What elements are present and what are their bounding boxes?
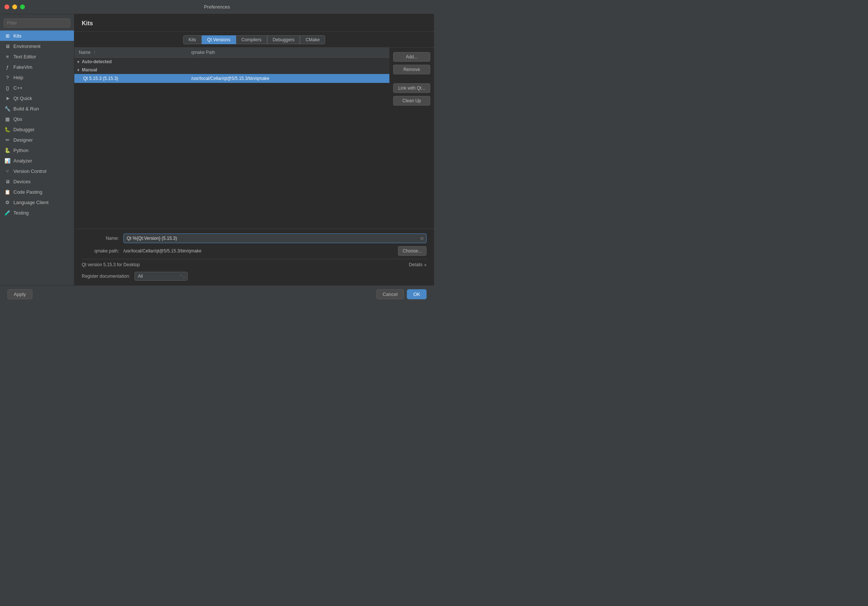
filter-input[interactable] [4,19,70,28]
col-qmake-path[interactable]: qmake Path [187,48,389,57]
sidebar-label-python: Python [13,148,28,153]
sidebar-label-testing: Testing [13,210,29,216]
reg-doc-label: Register documentation: [82,273,130,279]
tabs-bar: KitsQt VersionsCompilersDebuggersCMake [74,32,434,48]
row-qmake-path: /usr/local/Cellar/qt@5/5.15.3/bin/qmake [187,74,389,83]
title-bar: Preferences [0,0,434,14]
group-collapse-icon[interactable]: ▾ [77,68,79,72]
clean-up-button[interactable]: Clean Up [393,96,430,106]
testing-icon: 🧪 [5,210,11,216]
name-input-icon: ⊞ [420,236,423,241]
sidebar-item-devices[interactable]: 🖥 Devices [0,176,74,186]
sidebar-label-help: Help [13,75,23,80]
maximize-button[interactable] [20,5,25,9]
tab-debuggers[interactable]: Debuggers [267,35,300,44]
window-title: Preferences [204,4,230,10]
sidebar-item-version-control[interactable]: ⑂ Version Control [0,166,74,176]
sidebar-item-analyzer[interactable]: 📊 Analyzer [0,155,74,166]
group-collapse-icon[interactable]: ▾ [77,60,79,64]
environment-icon: 🖥 [5,43,11,49]
build-run-icon: 🔧 [5,106,11,112]
sidebar-label-version-control: Version Control [13,168,46,174]
content-area: Kits KitsQt VersionsCompilersDebuggersCM… [74,14,434,285]
sidebar-item-cpp[interactable]: {} C++ [0,82,74,93]
sidebar-item-code-pasting[interactable]: 📋 Code Pasting [0,186,74,197]
link-with-qt-button[interactable]: Link with Qt... [393,83,430,93]
details-button[interactable]: Details ∨ [409,262,426,267]
sidebar-item-language-client[interactable]: ⚙ Language Client [0,197,74,207]
sidebar-item-kits[interactable]: ⊞ Kits [0,31,74,41]
language-client-icon: ⚙ [5,199,11,205]
row-name: Qt 5.15.3 (5.15.3) [74,74,187,83]
devices-icon: 🖥 [5,179,11,184]
fakevim-icon: ƒ [5,64,11,70]
sidebar-item-qt-quick[interactable]: ➤ Qt Quick [0,93,74,103]
qt-versions-table: Name ↑ qmake Path ▾ Auto-detected ▾ Manu… [74,48,389,83]
cancel-button[interactable]: Cancel [377,289,404,299]
footer: Apply Cancel OK [0,285,434,303]
add-button[interactable]: Add... [393,52,430,62]
sidebar-label-qbs: Qbs [13,117,22,122]
name-input-wrapper: ⊞ [123,233,426,243]
footer-left: Apply [8,289,33,299]
col-name[interactable]: Name ↑ [74,48,187,57]
sidebar-item-designer[interactable]: ✏ Designer [0,135,74,145]
table-header-row: Name ↑ qmake Path [74,48,389,57]
tab-compilers[interactable]: Compilers [236,35,267,44]
sidebar-label-environment: Environment [13,44,40,49]
qmake-path-value: /usr/local/Cellar/qt@5/5.15.3/bin/qmake [123,249,394,253]
sidebar-label-build-run: Build & Run [13,106,39,112]
sidebar-label-code-pasting: Code Pasting [13,189,42,195]
name-label: Name: [82,236,119,241]
table-area: Name ↑ qmake Path ▾ Auto-detected ▾ Manu… [74,48,389,228]
sidebar-item-fakevim[interactable]: ƒ FakeVim [0,62,74,72]
details-text: Qt version 5.15.3 for Desktop [82,262,140,267]
sidebar-item-testing[interactable]: 🧪 Testing [0,207,74,218]
table-row[interactable]: Qt 5.15.3 (5.15.3) /usr/local/Cellar/qt@… [74,74,389,83]
sidebar-label-qt-quick: Qt Quick [13,96,33,101]
minimize-button[interactable] [12,5,17,9]
qmake-label: qmake path: [82,249,119,253]
ok-button[interactable]: OK [407,289,426,299]
close-button[interactable] [5,5,9,9]
sidebar-item-text-editor[interactable]: ≡ Text Editor [0,51,74,62]
sidebar-item-build-run[interactable]: 🔧 Build & Run [0,103,74,114]
table-group-row: ▾ Auto-detected [74,57,389,66]
qt-quick-icon: ➤ [5,95,11,101]
reg-doc-select[interactable]: All None Highest Version Only [135,272,188,281]
help-icon: ? [5,75,11,80]
code-pasting-icon: 📋 [5,189,11,195]
sidebar-item-python[interactable]: 🐍 Python [0,145,74,155]
sidebar-item-environment[interactable]: 🖥 Environment [0,41,74,51]
tab-qt-versions[interactable]: Qt Versions [202,35,236,44]
apply-button[interactable]: Apply [8,289,33,299]
version-control-icon: ⑂ [5,168,11,174]
content-body: Name ↑ qmake Path ▾ Auto-detected ▾ Manu… [74,48,434,228]
name-row: Name: ⊞ [82,233,426,243]
remove-button[interactable]: Remove [393,65,430,75]
qbs-icon: ▦ [5,116,11,122]
sidebar-label-debugger: Debugger [13,127,34,132]
window-controls[interactable] [5,5,25,9]
sidebar-label-fakevim: FakeVim [13,64,33,70]
page-title: Kits [82,20,426,27]
sidebar-label-devices: Devices [13,179,31,184]
sidebar: ⊞ Kits 🖥 Environment ≡ Text Editor ƒ Fak… [0,14,74,285]
tab-kits[interactable]: Kits [183,35,202,44]
bottom-form: Name: ⊞ qmake path: /usr/local/Cellar/qt… [74,228,434,285]
qmake-row: qmake path: /usr/local/Cellar/qt@5/5.15.… [82,246,426,256]
details-row: Qt version 5.15.3 for Desktop Details ∨ [82,259,426,270]
sidebar-label-text-editor: Text Editor [13,54,36,59]
sidebar-label-cpp: C++ [13,85,23,91]
name-input[interactable] [123,233,426,243]
sidebar-item-help[interactable]: ? Help [0,72,74,82]
sidebar-item-qbs[interactable]: ▦ Qbs [0,114,74,124]
tab-cmake[interactable]: CMake [300,35,325,44]
content-header: Kits [74,14,434,32]
reg-doc-select-wrapper: All None Highest Version Only [135,272,188,281]
python-icon: 🐍 [5,147,11,153]
chevron-down-icon: ∨ [424,263,426,267]
choose-button[interactable]: Choose... [398,246,426,256]
cpp-icon: {} [5,85,11,91]
sidebar-item-debugger[interactable]: 🐛 Debugger [0,124,74,135]
